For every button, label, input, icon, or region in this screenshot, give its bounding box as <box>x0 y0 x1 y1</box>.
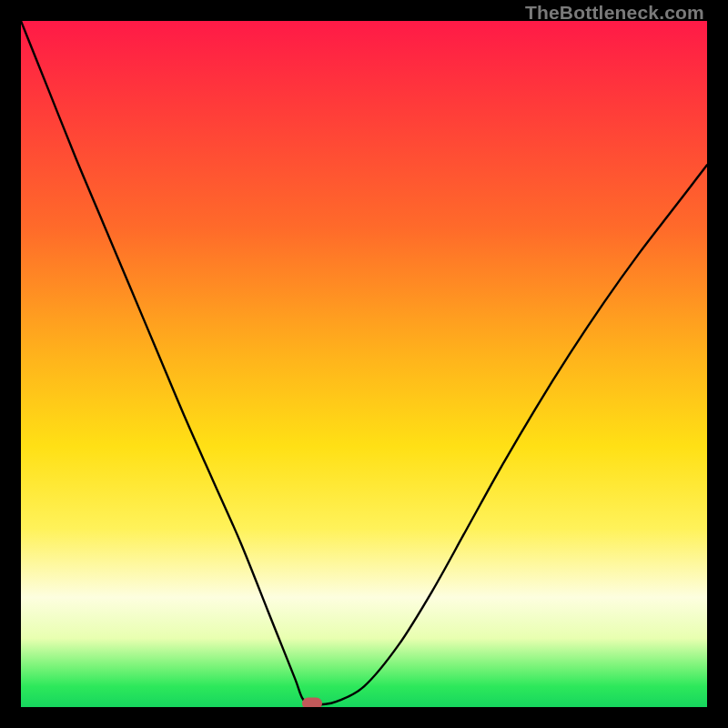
bottleneck-curve <box>21 21 707 707</box>
plot-area <box>21 21 707 707</box>
optimal-point-marker <box>302 698 322 707</box>
chart-frame: TheBottleneck.com <box>0 0 728 728</box>
